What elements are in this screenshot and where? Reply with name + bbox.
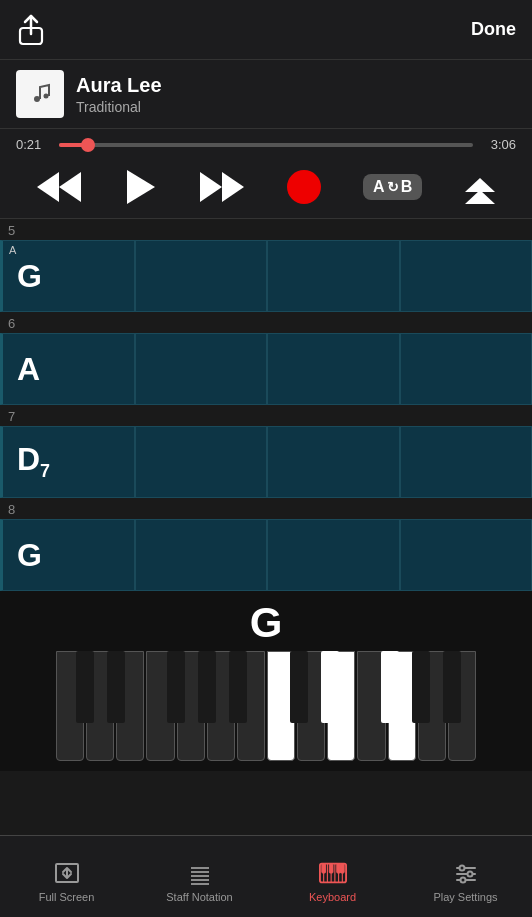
play-button[interactable] xyxy=(124,170,158,204)
progress-section: 0:21 3:06 xyxy=(0,129,532,160)
white-key-14[interactable] xyxy=(448,651,476,761)
expand-button[interactable] xyxy=(465,170,495,204)
chord-cell-6-4[interactable] xyxy=(400,333,533,405)
ab-loop-icon: ↻ xyxy=(387,179,399,195)
white-key-13[interactable] xyxy=(418,651,446,761)
measure-5: 5 A G xyxy=(0,219,532,312)
chord-label-7-1: D7 xyxy=(17,441,50,482)
chord-row-6: A xyxy=(0,333,532,405)
chord-cell-5-3[interactable] xyxy=(267,240,400,312)
svg-marker-5 xyxy=(127,170,155,204)
chord-sections: 5 A G 6 A 7 xyxy=(0,219,532,591)
tab-settings[interactable]: Play Settings xyxy=(399,851,532,903)
tab-staff-label: Staff Notation xyxy=(166,891,232,903)
white-key-12[interactable] xyxy=(388,651,416,761)
current-chord-display: G xyxy=(0,591,532,651)
current-time: 0:21 xyxy=(16,137,51,152)
svg-point-2 xyxy=(44,94,49,99)
chord-cell-8-4[interactable] xyxy=(400,519,533,591)
svg-point-43 xyxy=(460,877,465,882)
svg-marker-6 xyxy=(200,172,222,202)
keyboard-section: G xyxy=(0,591,532,771)
chord-label-6-1: A xyxy=(17,351,40,388)
svg-rect-34 xyxy=(321,863,325,872)
keyboard-icon xyxy=(319,859,347,887)
song-thumbnail xyxy=(16,70,64,118)
share-button[interactable] xyxy=(16,15,46,45)
chord-row-5: A G xyxy=(0,240,532,312)
chord-cell-6-3[interactable] xyxy=(267,333,400,405)
chord-label-8-1: G xyxy=(17,537,42,574)
chord-cell-7-3[interactable] xyxy=(267,426,400,498)
tab-settings-label: Play Settings xyxy=(433,891,497,903)
fullscreen-icon xyxy=(53,859,81,887)
measure-7: 7 D7 xyxy=(0,405,532,498)
white-key-4[interactable] xyxy=(146,651,174,761)
progress-bar[interactable] xyxy=(59,143,473,147)
section-marker-a: A xyxy=(9,244,16,256)
song-title: Aura Lee xyxy=(76,74,162,97)
chord-cell-8-3[interactable] xyxy=(267,519,400,591)
svg-marker-7 xyxy=(222,172,244,202)
svg-point-42 xyxy=(467,871,472,876)
svg-marker-9 xyxy=(465,190,495,204)
chord-row-8: G xyxy=(0,519,532,591)
tab-bar: Full Screen Staff Notation xyxy=(0,835,532,917)
chord-cell-5-2[interactable] xyxy=(135,240,268,312)
white-key-10[interactable] xyxy=(327,651,355,761)
svg-marker-4 xyxy=(37,172,59,202)
chord-cell-5-1[interactable]: A G xyxy=(0,240,135,312)
white-key-6[interactable] xyxy=(207,651,235,761)
tab-keyboard[interactable]: Keyboard xyxy=(266,851,399,903)
white-keys xyxy=(56,651,476,761)
chord-cell-6-2[interactable] xyxy=(135,333,268,405)
chord-cell-5-4[interactable] xyxy=(400,240,533,312)
chord-cell-7-4[interactable] xyxy=(400,426,533,498)
progress-thumb[interactable] xyxy=(81,138,95,152)
svg-rect-36 xyxy=(336,863,340,872)
white-key-7[interactable] xyxy=(237,651,265,761)
song-info: Aura Lee Traditional xyxy=(0,60,532,129)
white-key-3[interactable] xyxy=(116,651,144,761)
piano xyxy=(56,651,476,761)
chord-row-7: D7 xyxy=(0,426,532,498)
tab-staff[interactable]: Staff Notation xyxy=(133,851,266,903)
chord-cell-8-2[interactable] xyxy=(135,519,268,591)
song-text: Aura Lee Traditional xyxy=(76,74,162,115)
svg-marker-3 xyxy=(59,172,81,202)
chord-label-5-1: G xyxy=(17,258,42,295)
done-button[interactable]: Done xyxy=(471,19,516,40)
ab-loop-button[interactable]: A ↻ B xyxy=(363,174,422,200)
rewind-button[interactable] xyxy=(37,170,81,204)
measure-number-7: 7 xyxy=(0,405,532,426)
tab-fullscreen-label: Full Screen xyxy=(39,891,95,903)
total-time: 3:06 xyxy=(481,137,516,152)
white-key-2[interactable] xyxy=(86,651,114,761)
svg-point-41 xyxy=(459,865,464,870)
measure-8: 8 G xyxy=(0,498,532,591)
measure-number-8: 8 xyxy=(0,498,532,519)
tab-keyboard-label: Keyboard xyxy=(309,891,356,903)
tab-fullscreen[interactable]: Full Screen xyxy=(0,851,133,903)
ab-b-label: B xyxy=(401,178,413,196)
current-chord-letter: G xyxy=(250,599,283,646)
fast-forward-button[interactable] xyxy=(200,170,244,204)
white-key-1[interactable] xyxy=(56,651,84,761)
measure-number-5: 5 xyxy=(0,219,532,240)
settings-icon xyxy=(452,859,480,887)
chord-cell-6-1[interactable]: A xyxy=(0,333,135,405)
playback-controls: A ↻ B xyxy=(0,160,532,219)
chord-cell-8-1[interactable]: G xyxy=(0,519,135,591)
white-key-8[interactable] xyxy=(267,651,295,761)
svg-rect-35 xyxy=(329,863,333,872)
white-key-11[interactable] xyxy=(357,651,385,761)
measure-number-6: 6 xyxy=(0,312,532,333)
record-button[interactable] xyxy=(287,170,321,204)
measure-6: 6 A xyxy=(0,312,532,405)
header: Done xyxy=(0,0,532,60)
staff-notation-icon xyxy=(186,859,214,887)
chord-cell-7-1[interactable]: D7 xyxy=(0,426,135,498)
white-key-5[interactable] xyxy=(177,651,205,761)
white-key-9[interactable] xyxy=(297,651,325,761)
chord-cell-7-2[interactable] xyxy=(135,426,268,498)
